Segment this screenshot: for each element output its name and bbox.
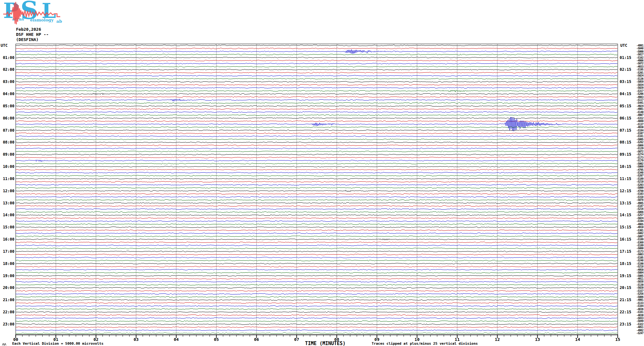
- seismic-trace-87: [16, 309, 617, 309]
- left-hour-label-07:00: 07:00: [0, 128, 14, 132]
- trace-offset-value-22: -5140: [630, 111, 643, 114]
- trace-offset-value-4: -5162: [630, 56, 643, 59]
- seismic-trace-5: [16, 60, 617, 61]
- seismic-trace-38: [16, 160, 617, 162]
- seismic-trace-43: [16, 175, 617, 176]
- right-hour-label-23:15: 23:15: [620, 322, 631, 326]
- trace-offset-value-65: -5369: [630, 241, 643, 244]
- trace-offset-value-37: -5173: [630, 156, 643, 159]
- trace-offset-value-19: -5441: [630, 102, 643, 104]
- left-hour-label-06:00: 06:00: [0, 116, 14, 120]
- trace-offset-value-0: -4991: [630, 44, 643, 47]
- trace-offset-value-73: -5218: [630, 265, 643, 268]
- trace-offset-value-48: -4780: [630, 190, 643, 193]
- right-hour-label-17:15: 17:15: [620, 250, 631, 253]
- seismic-trace-50: [16, 196, 617, 197]
- seismic-trace-3: [16, 54, 617, 55]
- trace-offset-value-11: -5136: [630, 78, 643, 80]
- seismic-trace-55: [16, 211, 617, 212]
- seismic-trace-71: [16, 260, 617, 261]
- trace-offset-value-33: -5066: [630, 144, 643, 147]
- seismic-trace-1: [16, 48, 617, 49]
- seismic-trace-32: [16, 142, 617, 143]
- x-tick-label-13: 13: [533, 337, 542, 342]
- trace-offset-value-29: -5107: [630, 132, 643, 135]
- seismic-trace-79: [16, 284, 617, 285]
- seismic-trace-86: [16, 306, 617, 307]
- trace-offset-value-92: -5322: [630, 323, 643, 326]
- seismic-trace-70: [16, 257, 617, 258]
- x-tick-label-05: 05: [212, 337, 221, 342]
- left-hour-label-08:00: 08:00: [0, 140, 14, 144]
- seismic-trace-9: [16, 72, 617, 73]
- seismic-trace-61: [16, 230, 617, 231]
- seismic-trace-84: [16, 300, 617, 301]
- trace-offset-value-38: -5179: [630, 159, 643, 162]
- seismic-trace-16: [16, 93, 617, 95]
- trace-offset-value-76: -5085: [630, 275, 643, 277]
- right-hour-label-18:15: 18:15: [620, 262, 631, 266]
- right-hour-label-05:15: 05:15: [620, 104, 631, 108]
- seismic-trace-10: [16, 75, 617, 76]
- trace-offset-value-87: -4836: [630, 308, 643, 311]
- seismic-trace-22: [16, 111, 617, 112]
- seismic-trace-67: [16, 248, 617, 249]
- seismic-trace-81: [16, 290, 617, 291]
- right-hour-label-21:15: 21:15: [620, 298, 631, 302]
- seismic-trace-40: [16, 166, 617, 167]
- clipping-note: Traces clipped at plus/minus 25 vertical…: [372, 342, 478, 346]
- trace-offset-value-39: -5002: [630, 162, 643, 165]
- trace-offset-value-50: -5158: [630, 196, 643, 199]
- seismic-trace-26: [16, 117, 617, 131]
- seismic-trace-41: [16, 169, 617, 170]
- left-hour-label-23:00: 23:00: [0, 322, 14, 326]
- trace-offset-value-13: -5034: [630, 84, 643, 86]
- seismic-trace-12: [16, 81, 617, 82]
- left-hour-label-18:00: 18:00: [0, 262, 14, 266]
- seismic-trace-85: [16, 302, 617, 303]
- seismic-trace-37: [16, 157, 617, 158]
- seismic-trace-23: [16, 115, 617, 116]
- trace-offset-value-15: -5317: [630, 90, 643, 93]
- left-hour-label-13:00: 13:00: [0, 201, 14, 205]
- seismic-trace-29: [16, 133, 617, 134]
- seismic-trace-47: [16, 187, 617, 188]
- trace-offset-value-35: -5072: [630, 150, 643, 153]
- seismic-trace-69: [16, 254, 617, 255]
- right-hour-label-13:15: 13:15: [620, 201, 631, 205]
- trace-offset-value-81: -5157: [630, 290, 643, 292]
- trace-offset-value-58: -5194: [630, 220, 643, 223]
- left-hour-label-16:00: 16:00: [0, 237, 14, 241]
- trace-offset-value-60: -4910: [630, 226, 643, 229]
- trace-offset-value-72: -5190: [630, 262, 643, 265]
- vertical-division-note: Each Vertical Division = 5000.00 microvo…: [12, 342, 103, 346]
- right-hour-label-10:15: 10:15: [620, 165, 631, 169]
- x-tick-label-00: 00: [11, 337, 20, 342]
- trace-offset-value-43: -5207: [630, 174, 643, 177]
- x-tick-label-03: 03: [132, 337, 141, 342]
- x-tick-label-14: 14: [573, 337, 582, 342]
- trace-offset-value-6: -5072: [630, 62, 643, 65]
- seismic-trace-77: [16, 278, 617, 279]
- seismic-trace-74: [16, 269, 617, 270]
- x-tick-label-09: 09: [372, 337, 381, 342]
- left-hour-label-03:00: 03:00: [0, 80, 14, 84]
- trace-offset-value-17: -4983: [630, 96, 643, 99]
- seismic-trace-27: [16, 127, 617, 128]
- seismic-trace-92: [16, 324, 617, 325]
- x-tick-label-04: 04: [172, 337, 181, 342]
- seismic-trace-20: [16, 105, 617, 106]
- seismic-trace-17: [16, 96, 617, 97]
- trace-offset-value-53: -5187: [630, 205, 643, 208]
- trace-offset-value-24: -5312: [630, 117, 643, 120]
- trace-offset-value-18: -5117: [630, 99, 643, 102]
- seismic-trace-82: [16, 293, 617, 294]
- left-hour-label-19:00: 19:00: [0, 274, 14, 278]
- seismic-trace-53: [16, 206, 617, 207]
- seismic-trace-30: [16, 136, 617, 137]
- seismic-trace-66: [16, 245, 617, 246]
- seismic-trace-63: [16, 236, 617, 237]
- seismic-trace-33: [16, 145, 617, 146]
- trace-offset-value-71: -5248: [630, 259, 643, 262]
- trace-offset-value-9: -5201: [630, 71, 643, 74]
